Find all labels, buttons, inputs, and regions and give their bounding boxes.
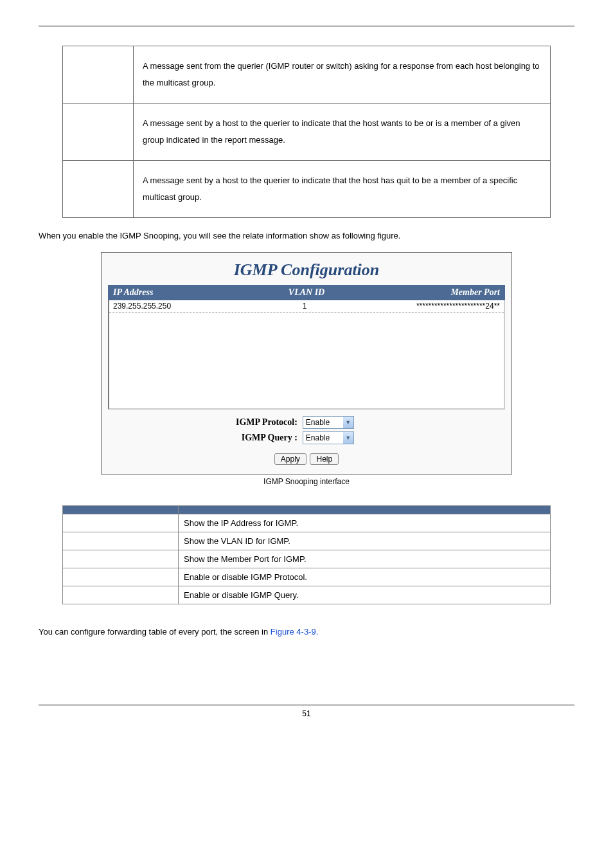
table-row: Show the VLAN ID for IGMP.: [63, 532, 551, 550]
apply-button[interactable]: Apply: [274, 453, 306, 465]
bottom-rule: [39, 705, 574, 705]
table-row: Enable or disable IGMP Query.: [63, 586, 551, 604]
desc-field: [63, 586, 179, 604]
igmp-query-row: IGMP Query : Enable ▼: [108, 431, 505, 444]
cell-ip: 239.255.255.250: [113, 302, 241, 311]
desc-text: Show the VLAN ID for IGMP.: [179, 532, 551, 550]
col-port: Member Port: [373, 285, 505, 300]
message-label: [63, 104, 134, 161]
message-text: A message sent by a host to the querier …: [134, 104, 551, 161]
message-text: A message sent by a host to the querier …: [134, 161, 551, 218]
message-label: [63, 161, 134, 218]
description-table: Show the IP Address for IGMP. Show the V…: [62, 505, 551, 604]
figure-link[interactable]: Figure 4-3-9.: [271, 627, 318, 637]
body-paragraph: You can configure forwarding table of ev…: [39, 624, 574, 640]
table-row: Show the Member Port for IGMP.: [63, 550, 551, 568]
desc-field: [63, 532, 179, 550]
button-row: Apply Help: [108, 453, 505, 465]
igmp-protocol-label: IGMP Protocol:: [108, 417, 303, 428]
igmp-grid-header: IP Address VLAN ID Member Port: [108, 285, 505, 300]
chevron-down-icon: ▼: [343, 417, 353, 428]
table-row: A message sent from the querier (IGMP ro…: [63, 46, 551, 104]
desc-text: Enable or disable IGMP Protocol.: [179, 568, 551, 586]
igmp-query-select[interactable]: Enable ▼: [303, 431, 354, 444]
desc-field: [63, 568, 179, 586]
panel-title: IGMP Configuration: [108, 260, 505, 280]
table-row: A message sent by a host to the querier …: [63, 104, 551, 161]
messages-table: A message sent from the querier (IGMP ro…: [62, 46, 551, 218]
message-text: A message sent from the querier (IGMP ro…: [134, 46, 551, 104]
top-rule: [39, 26, 574, 26]
desc-head-desc: [179, 506, 551, 514]
desc-field: [63, 514, 179, 532]
message-label: [63, 46, 134, 104]
igmp-query-label: IGMP Query :: [108, 433, 303, 443]
select-value: Enable: [303, 433, 343, 442]
table-row: A message sent by a host to the querier …: [63, 161, 551, 218]
para-text: You can configure forwarding table of ev…: [39, 627, 271, 637]
igmp-protocol-select[interactable]: Enable ▼: [303, 416, 354, 429]
select-value: Enable: [303, 418, 343, 427]
note-line: When you enable the IGMP Snooping, you w…: [39, 231, 574, 240]
figure-caption: IGMP Snooping interface: [39, 477, 574, 486]
desc-head-field: [63, 506, 179, 514]
screenshot-box: IGMP Configuration IP Address VLAN ID Me…: [101, 252, 512, 475]
cell-port: ***********************24**: [368, 302, 500, 311]
igmp-protocol-row: IGMP Protocol: Enable ▼: [108, 416, 505, 429]
col-ip: IP Address: [108, 285, 240, 300]
table-row: Show the IP Address for IGMP.: [63, 514, 551, 532]
table-row[interactable]: 239.255.255.250 1 **********************…: [109, 300, 504, 312]
col-vlan: VLAN ID: [240, 285, 373, 300]
desc-field: [63, 550, 179, 568]
help-button[interactable]: Help: [310, 453, 339, 465]
igmp-grid-body: 239.255.255.250 1 **********************…: [108, 300, 505, 410]
desc-text: Enable or disable IGMP Query.: [179, 586, 551, 604]
desc-text: Show the IP Address for IGMP.: [179, 514, 551, 532]
table-row: Enable or disable IGMP Protocol.: [63, 568, 551, 586]
cell-vlan: 1: [241, 302, 369, 311]
page-number: 51: [39, 709, 574, 718]
desc-text: Show the Member Port for IGMP.: [179, 550, 551, 568]
chevron-down-icon: ▼: [343, 432, 353, 444]
